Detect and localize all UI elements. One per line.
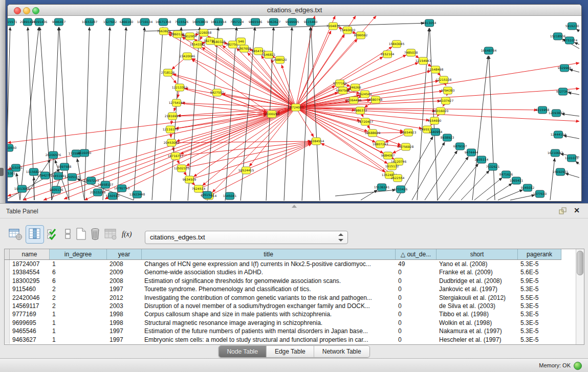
table-cell[interactable]: Dudbridge et al. (2008) (437, 277, 518, 285)
graph-edge[interactable] (321, 143, 395, 177)
graph-edge[interactable] (412, 142, 445, 200)
table-cell[interactable]: 1997 (107, 327, 142, 335)
graph-edge[interactable] (207, 27, 218, 201)
table-cell[interactable]: 1997 (107, 285, 142, 293)
table-cell[interactable]: Estimation of significance thresholds fo… (142, 277, 396, 285)
table-row[interactable]: 1938455462009Genome-wide association stu… (5, 268, 584, 276)
table-cell[interactable]: 1 (50, 319, 107, 327)
graph-edge[interactable] (211, 144, 312, 195)
table-cell[interactable]: 2 (50, 294, 107, 302)
table-cell[interactable]: 5.3E-5 (518, 310, 561, 318)
table-cell[interactable]: 5.3E-5 (518, 336, 561, 344)
network-table-select[interactable]: citations_edges.txt (145, 231, 348, 244)
graph-edge[interactable] (299, 71, 431, 107)
graph-edge[interactable] (299, 108, 403, 132)
close-panel-icon[interactable]: ✕ (574, 206, 580, 214)
graph-edge[interactable] (249, 110, 294, 166)
table-cell[interactable]: 5.6E-5 (518, 268, 561, 276)
table-cell[interactable]: Investigating the contribution of common… (142, 294, 396, 302)
table-cell[interactable]: Genome-wide association studies in ADHD. (142, 268, 396, 276)
table-cell[interactable]: 1 (50, 336, 107, 344)
table-mode-icon[interactable] (8, 227, 23, 241)
table-cell[interactable]: Changes of HCN gene expression and I(f) … (142, 260, 396, 268)
graph-edge[interactable] (172, 58, 185, 70)
table-cell[interactable]: 0 (396, 302, 437, 310)
column-header-name[interactable]: name (10, 249, 50, 259)
column-header-in_degree[interactable]: in_degree (50, 249, 107, 259)
graph-edge[interactable] (565, 173, 579, 178)
table-cell[interactable]: Stergiakouli et al. (2012) (437, 294, 518, 302)
graph-edge[interactable] (438, 157, 468, 200)
graph-edge[interactable] (425, 150, 458, 200)
table-cell[interactable]: Tourette syndrome. Phenomenology and cla… (142, 285, 396, 293)
graph-edge[interactable] (297, 31, 331, 104)
column-header-out_de[interactable]: △ out_de... (396, 249, 437, 259)
network-canvas[interactable]: 1872400797771697462666497568262454420364… (8, 16, 580, 201)
table-cell[interactable]: 9699695 (10, 319, 50, 327)
table-cell[interactable]: 0 (396, 285, 437, 293)
table-cell[interactable]: Corpus callosum shape and size in male p… (142, 310, 396, 318)
table-cell[interactable]: 0 (396, 319, 437, 327)
delete-table-icon[interactable] (88, 227, 102, 241)
table-row[interactable]: 911546021997Tourette syndrome. Phenomeno… (5, 285, 584, 293)
table-cell[interactable]: Disruption of a novel member of a sodium… (142, 302, 396, 310)
tab-edge-table[interactable]: Edge Table (267, 346, 314, 357)
graph-edge[interactable] (563, 136, 579, 139)
table-row[interactable]: 2242004622012Investigating the contribut… (5, 294, 584, 302)
table-cell[interactable]: 5.9E-5 (518, 277, 561, 285)
graph-edge[interactable] (361, 190, 377, 200)
table-cell[interactable]: Franke et al. (2009) (437, 268, 518, 276)
table-cell[interactable]: 9465546 (10, 327, 50, 335)
graph-edge[interactable] (117, 27, 126, 200)
table-cell[interactable]: de Silva et al. (2003) (437, 302, 518, 310)
graph-edge[interactable] (103, 27, 110, 200)
column-header-short[interactable]: short (437, 249, 518, 259)
table-cell[interactable]: 2 (50, 302, 107, 310)
graph-edge[interactable] (510, 195, 535, 200)
float-panel-icon[interactable] (559, 207, 567, 214)
table-cell[interactable]: 49 (396, 260, 437, 268)
graph-edge[interactable] (302, 27, 311, 201)
table-cell[interactable]: Wolkin et al. (1998) (437, 319, 518, 327)
graph-edge[interactable] (178, 91, 179, 98)
table-cell[interactable]: Estimation of the future numbers of pati… (142, 327, 396, 335)
table-row[interactable]: 946554611997Estimation of the future num… (5, 327, 584, 335)
show-column-icon[interactable] (28, 227, 42, 241)
graph-edge[interactable] (576, 161, 579, 164)
graph-edge[interactable] (385, 134, 405, 142)
graph-edge[interactable] (225, 27, 236, 201)
table-cell[interactable]: 6 (50, 277, 107, 285)
table-cell[interactable]: 5.3E-5 (518, 302, 561, 310)
table-cell[interactable]: 9115460 (10, 285, 50, 293)
column-header-title[interactable]: title (142, 249, 396, 259)
table-cell[interactable]: 9777169 (10, 310, 50, 318)
table-cell[interactable]: 22420046 (10, 294, 50, 302)
graph-edge[interactable] (472, 56, 488, 200)
graph-edge[interactable] (550, 158, 555, 200)
graph-edge[interactable] (335, 190, 396, 196)
table-cell[interactable]: 1997 (107, 336, 142, 344)
table-cell[interactable]: 1 (50, 260, 107, 268)
table-cell[interactable]: Embryonic stem cells: a model to study s… (142, 336, 396, 344)
stacked-rows-icon[interactable] (60, 227, 75, 241)
vertical-scrollbar[interactable] (576, 249, 584, 344)
graph-edge[interactable] (296, 16, 315, 104)
table-cell[interactable]: 5.3E-5 (518, 260, 561, 268)
select-columns-icon[interactable] (46, 227, 60, 241)
table-cell[interactable]: 0 (396, 294, 437, 302)
table-cell[interactable]: 14569117 (10, 302, 50, 310)
scrollbar-thumb[interactable] (577, 251, 583, 275)
table-cell[interactable]: 5.3E-5 (518, 285, 561, 293)
graph-edge[interactable] (84, 27, 90, 200)
tab-node-table[interactable]: Node Table (219, 346, 267, 357)
table-cell[interactable]: Structural magnetic resonance image aver… (142, 319, 396, 327)
table-row[interactable]: 1830029562008Estimation of significance … (5, 277, 584, 285)
table-row[interactable]: 1456911722003Disruption of a novel membe… (5, 302, 584, 310)
table-row[interactable]: 1872400712008Changes of HCN gene express… (5, 260, 584, 268)
function-builder-icon[interactable]: f(x) (121, 227, 135, 241)
table-cell[interactable]: Jankovic et al. (1997) (437, 285, 518, 293)
graph-edge[interactable] (152, 27, 163, 200)
table-cell[interactable]: 2008 (107, 277, 142, 285)
table-cell[interactable]: 1998 (107, 310, 142, 318)
graph-edge[interactable] (570, 70, 579, 72)
